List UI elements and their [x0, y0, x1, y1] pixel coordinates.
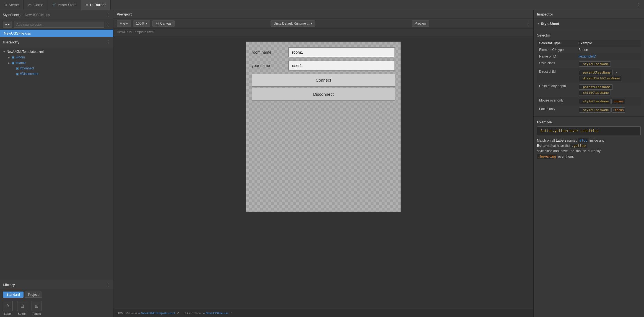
library-item-toggle[interactable]: ⊞ Toggle	[32, 301, 41, 315]
inspector-header: Inspector	[534, 10, 644, 19]
tab-ui-builder-label: UI Builder	[90, 3, 106, 7]
library-items: A Label ⊟ Button ⊞ Toggle	[0, 299, 113, 317]
game-icon: 🎮	[28, 3, 32, 7]
viewport-dots-button[interactable]: ⋮	[526, 21, 530, 26]
room-label: room name	[252, 50, 285, 54]
table-cell-element-type-example: Button	[576, 46, 641, 53]
zoom-value: 100%	[136, 22, 145, 25]
mouse-over-style-badge: .styleClassName	[579, 99, 611, 104]
library-item-label[interactable]: A Label	[3, 301, 13, 315]
room-input[interactable]	[288, 47, 395, 57]
tree-node-icon-disconnect: ▣	[16, 72, 19, 76]
table-cell-focus-example: .styleClassName:focus	[576, 106, 641, 114]
stylesheets-header: StyleSheets – NewUSSFile.uss ⋮	[0, 10, 113, 20]
hierarchy-title: Hierarchy	[3, 40, 19, 44]
table-row-mouse-over: Mouse over only .styleClassName:hover	[537, 97, 641, 106]
tree-item-disconnect[interactable]: ▣ #Disconnect	[0, 71, 113, 77]
uxml-preview-file[interactable]: – NewUXMLTemplate.uxml	[138, 311, 175, 315]
foo-highlight: #foo	[578, 138, 588, 143]
selector-dots-button[interactable]: ⋮	[106, 22, 110, 27]
right-panel: Inspector ▼ StyleSheet Selector Selector…	[533, 10, 644, 317]
example-description: Match on all Labels named #foo inside an…	[537, 138, 641, 159]
labels-bold: Labels	[556, 139, 566, 142]
style-class-example-badge: .styleClassName	[579, 61, 611, 67]
table-cell-mouse-over-label: Mouse over only	[537, 97, 576, 106]
tree-node-icon-room: ▣	[12, 56, 14, 59]
focus-pseudo-badge: :focus	[611, 107, 625, 113]
viewport-title: Viewport	[117, 12, 132, 16]
tree-item-room[interactable]: ▶ ▣ #room	[0, 54, 113, 60]
focus-style-badge: .styleClassName	[579, 107, 611, 113]
direct-child-parent-badge: .parentClassName	[579, 70, 613, 75]
fit-canvas-button[interactable]: Fit Canvas	[152, 20, 174, 27]
tab-ui-builder[interactable]: ▭ UI Builder	[81, 0, 110, 10]
tree-label-disconnect: #Disconnect	[20, 72, 38, 76]
viewport-header: Viewport	[113, 10, 533, 19]
zoom-arrow-icon: ▾	[146, 22, 147, 25]
library-item-button[interactable]: ⊟ Button	[17, 301, 27, 315]
uss-preview-file[interactable]: – NewUSSFile.uss	[203, 311, 228, 315]
center-panel: Viewport File ▾ 100% ▾ Fit Canvas Unity …	[113, 10, 533, 317]
tab-game[interactable]: 🎮 Game	[24, 0, 48, 10]
tree-item-root[interactable]: ▼ NewUXMLTemplate.uxml	[0, 49, 113, 54]
connect-button[interactable]: Connect	[252, 74, 395, 87]
table-row-direct-child: Direct child .parentClassName > .directC…	[537, 68, 641, 83]
example-title: Example	[537, 120, 641, 124]
library-tab-standard[interactable]: Standard	[3, 292, 24, 298]
table-row-name-id: Name or ID #exampleID	[537, 53, 641, 60]
runtime-label: Unity Default Runtime ...	[274, 22, 310, 25]
room-row: room name	[252, 47, 395, 57]
selector-type-table: Selector Type Example Element C# type Bu…	[537, 40, 641, 114]
example-section: Example Button.yellow:hover Label#foo Ma…	[534, 117, 644, 163]
collapse-arrow-icon[interactable]: ▼	[537, 22, 540, 25]
table-cell-child-depth-example: .parentClassName .childClassName	[576, 83, 641, 97]
selector-input[interactable]	[14, 22, 104, 28]
tab-more-button[interactable]: ⋮	[632, 2, 644, 8]
canvas-filename: NewUXMLTemplate.uxml	[113, 28, 533, 36]
child-depth-child-badge: .childClassName	[579, 90, 611, 95]
zoom-button[interactable]: 100% ▾	[133, 20, 150, 27]
uxml-preview-item[interactable]: UXML Preview – NewUXMLTemplate.uxml ↗	[117, 311, 179, 315]
direct-child-child-badge: .directChildClassName	[579, 76, 622, 81]
tab-scene-label: Scene	[9, 3, 19, 7]
button-icon: ⊟	[17, 301, 27, 311]
add-selector-button[interactable]: + ▾	[3, 22, 12, 28]
tree-arrow-room: ▶	[8, 56, 11, 59]
selector-label-text: Selector	[537, 33, 641, 37]
viewport-toolbar: File ▾ 100% ▾ Fit Canvas Unity Default R…	[113, 19, 533, 28]
selector-section: Selector Selector Type Example Element C…	[534, 31, 644, 117]
name-input[interactable]	[288, 61, 395, 71]
tree-item-connect[interactable]: ▣ #Connect	[0, 66, 113, 71]
ui-form: room name your name Connect Disconnect	[246, 42, 401, 106]
file-button[interactable]: File ▾	[117, 20, 131, 27]
library-dots-button[interactable]: ⋮	[106, 282, 110, 287]
name-row: your name	[252, 61, 395, 71]
stylesheets-title: StyleSheets	[3, 13, 20, 17]
tab-asset-store[interactable]: 🛒 Asset Store	[48, 0, 81, 10]
table-cell-child-depth-label: Child at any depth	[537, 83, 576, 97]
stylesheets-dots-button[interactable]: ⋮	[106, 12, 110, 17]
tree-label-room: #room	[15, 55, 25, 59]
runtime-dropdown-button[interactable]: Unity Default Runtime ... ▾	[271, 20, 315, 27]
disconnect-button[interactable]: Disconnect	[252, 88, 395, 101]
hierarchy-header: Hierarchy ⋮	[0, 37, 113, 47]
preview-button[interactable]: Preview	[412, 20, 430, 27]
canvas-area: NewUXMLTemplate.uxml room name your name…	[113, 28, 533, 309]
uxml-external-link-icon: ↗	[176, 311, 179, 315]
library-tab-project[interactable]: Project	[25, 292, 42, 298]
uxml-preview-label: UXML Preview	[117, 311, 137, 315]
tree-item-name[interactable]: ▶ ▣ #name	[0, 60, 113, 66]
uss-file-item[interactable]: NewUSSFile.uss	[0, 30, 113, 37]
table-cell-style-class-label: Style class	[537, 60, 576, 68]
tab-scene[interactable]: ⊞ Scene	[0, 0, 24, 10]
library-title: Library	[3, 283, 15, 287]
child-depth-parent-badge: .parentClassName	[579, 84, 613, 90]
uss-preview-item[interactable]: USS Preview – NewUSSFile.uss ↗	[183, 311, 233, 315]
hierarchy-dots-button[interactable]: ⋮	[106, 40, 110, 45]
example-code-block: Button.yellow:hover Label#foo	[537, 126, 641, 135]
canvas-empty-area	[246, 106, 401, 212]
tree-label-root: NewUXMLTemplate.uxml	[7, 50, 44, 54]
selector-toolbar: + ▾ ⋮	[0, 20, 113, 30]
stylesheet-section: ▼ StyleSheet	[534, 19, 644, 31]
asset-store-icon: 🛒	[52, 3, 56, 7]
